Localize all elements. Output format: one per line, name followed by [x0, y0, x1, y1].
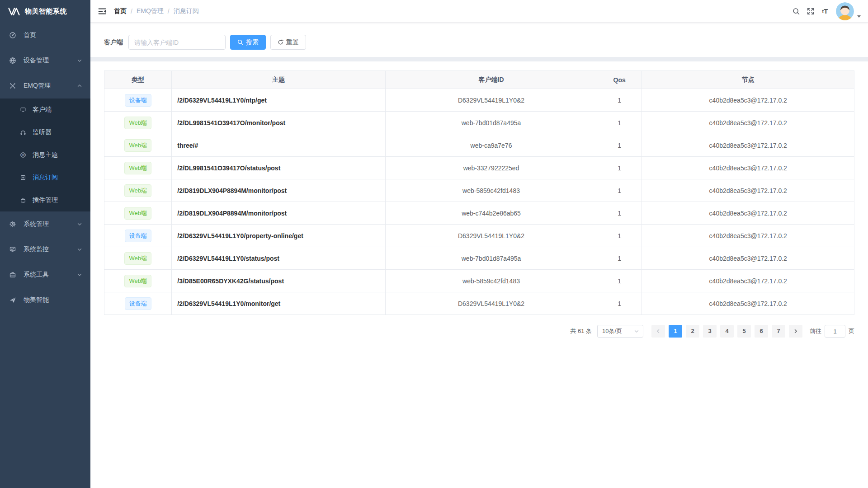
search-button[interactable]: 搜索	[230, 35, 266, 50]
subscriptions-panel: 类型 主题 客户端ID Qos 节点 设备端 /2/D6329VL54419L1…	[95, 61, 863, 388]
type-badge: Web端	[124, 139, 151, 152]
qos-cell: 1	[597, 89, 642, 112]
sidebar-item-home[interactable]: 首页	[0, 23, 90, 48]
navbar-actions: tT	[789, 2, 862, 20]
type-cell: Web端	[104, 112, 172, 134]
subscriptions-table: 类型 主题 客户端ID Qos 节点 设备端 /2/D6329VL54419L1…	[104, 70, 854, 315]
sidebar-item-topic[interactable]: @ 消息主题	[0, 144, 90, 166]
sidebar-item-listener[interactable]: 监听器	[0, 121, 90, 144]
prev-page-button[interactable]	[651, 325, 665, 338]
type-badge: Web端	[124, 275, 151, 287]
goto-page: 前往 页	[810, 325, 854, 338]
page-size-select[interactable]: 10条/页	[597, 325, 643, 338]
qos-cell: 1	[597, 292, 642, 315]
page-button-2[interactable]: 2	[686, 325, 699, 338]
page-button-1[interactable]: 1	[669, 325, 682, 338]
next-page-button[interactable]	[789, 325, 802, 338]
node-cell: c40b2d8ea5c3@172.17.0.2	[642, 157, 854, 179]
column-header-client-id: 客户端ID	[386, 71, 597, 89]
topic-cell: /2/DL9981541O39417O/monitor/post	[172, 112, 386, 134]
node-cell: c40b2d8ea5c3@172.17.0.2	[642, 179, 854, 202]
table-row: Web端 /2/D6329VL54419L1Y0/status/post web…	[104, 247, 854, 270]
type-cell: Web端	[104, 270, 172, 292]
avatar[interactable]	[836, 2, 854, 20]
sidebar-item-client[interactable]: 客户端	[0, 99, 90, 121]
qos-cell: 1	[597, 225, 642, 247]
type-cell: Web端	[104, 157, 172, 179]
table-header-row: 类型 主题 客户端ID Qos 节点	[104, 71, 854, 89]
sidebar-item-label: 插件管理	[33, 196, 82, 204]
subscribe-icon	[20, 174, 26, 181]
sidebar-item-plugin[interactable]: 插件管理	[0, 189, 90, 211]
type-cell: Web端	[104, 134, 172, 157]
reset-button[interactable]: 重置	[270, 35, 306, 50]
search-icon[interactable]	[789, 2, 803, 20]
goto-label: 前往	[810, 327, 821, 335]
type-cell: Web端	[104, 202, 172, 225]
topic-cell: /2/DL9981541O39417O/status/post	[172, 157, 386, 179]
table-row: 设备端 /2/D6329VL54419L1Y0/monitor/get D632…	[104, 292, 854, 315]
app-title: 物美智能系统	[25, 7, 67, 16]
goto-suffix: 页	[849, 327, 854, 335]
search-panel: 客户端 搜索 重置	[95, 27, 863, 57]
breadcrumb-separator: /	[131, 8, 132, 15]
table-row: Web端 /2/D819DLX904P8894M/monitor/post we…	[104, 202, 854, 225]
qos-cell: 1	[597, 157, 642, 179]
sidebar-item-tools[interactable]: 系统工具	[0, 262, 90, 287]
client-id-input[interactable]	[128, 35, 226, 50]
page-button-6[interactable]: 6	[755, 325, 768, 338]
client-id-cell: web-7bd01d87a495a	[386, 112, 597, 134]
table-row: Web端 /2/DL9981541O39417O/status/post web…	[104, 157, 854, 179]
breadcrumb-separator: /	[168, 8, 170, 15]
page-button-4[interactable]: 4	[720, 325, 734, 338]
sidebar-item-system[interactable]: 系统管理	[0, 211, 90, 237]
type-badge: Web端	[124, 207, 151, 220]
fullscreen-icon[interactable]	[803, 2, 818, 20]
chevron-down-icon	[77, 247, 82, 252]
client-id-cell: D6329VL54419L1Y0&2	[386, 89, 597, 112]
page-content: 客户端 搜索 重置	[90, 23, 868, 488]
sidebar-item-subscribe[interactable]: 消息订阅	[0, 166, 90, 189]
chevron-up-icon	[77, 83, 82, 89]
page-button-3[interactable]: 3	[703, 325, 717, 338]
client-id-cell: web-ca9a7e76	[386, 134, 597, 157]
hamburger-icon[interactable]	[98, 7, 107, 16]
chevron-down-icon	[634, 328, 639, 334]
page-button-5[interactable]: 5	[737, 325, 751, 338]
type-badge: 设备端	[125, 230, 151, 242]
type-badge: Web端	[124, 184, 151, 197]
sidebar-item-label: 首页	[24, 31, 82, 39]
topic-at-icon: @	[20, 152, 26, 158]
user-menu[interactable]	[836, 2, 862, 20]
sidebar-item-devices[interactable]: 设备管理	[0, 48, 90, 73]
type-cell: 设备端	[104, 292, 172, 315]
sidebar: 物美智能系统 首页 设备管理	[0, 0, 90, 488]
monitor-chart-icon	[9, 246, 16, 253]
client-id-cell: web-5859c42fd1483	[386, 270, 597, 292]
goto-page-input[interactable]	[825, 325, 845, 338]
search-form: 客户端 搜索 重置	[104, 35, 854, 50]
sidebar-item-emq[interactable]: EMQ管理	[0, 73, 90, 99]
chevron-down-icon	[77, 272, 82, 277]
topic-cell: three/#	[172, 134, 386, 157]
paper-plane-icon	[9, 296, 16, 304]
qos-cell: 1	[597, 112, 642, 134]
svg-text:@: @	[21, 153, 25, 157]
type-badge: 设备端	[125, 94, 151, 107]
type-badge: Web端	[124, 117, 151, 129]
sidebar-item-wumei[interactable]: 物美智能	[0, 287, 90, 313]
font-size-icon[interactable]: tT	[818, 2, 832, 20]
client-id-cell: D6329VL54419L1Y0&2	[386, 225, 597, 247]
type-badge: Web端	[124, 252, 151, 265]
sidebar-item-monitoring[interactable]: 系统监控	[0, 237, 90, 262]
type-cell: Web端	[104, 247, 172, 270]
pagination: 共 61 条 10条/页 1 2 3 4 5 6	[104, 325, 854, 338]
sidebar-item-label: 客户端	[33, 106, 82, 114]
page-button-7[interactable]: 7	[772, 325, 785, 338]
breadcrumb-home[interactable]: 首页	[114, 7, 127, 15]
table-body: 设备端 /2/D6329VL54419L1Y0/ntp/get D6329VL5…	[104, 89, 854, 315]
node-cell: c40b2d8ea5c3@172.17.0.2	[642, 134, 854, 157]
column-header-topic: 主题	[172, 71, 386, 89]
client-id-label: 客户端	[104, 38, 123, 47]
breadcrumb-emq: EMQ管理	[137, 7, 164, 15]
